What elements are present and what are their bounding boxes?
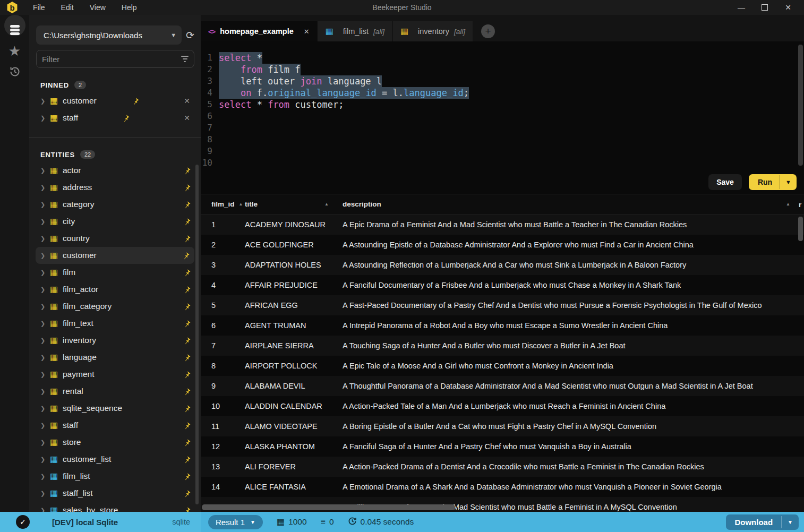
pin-icon[interactable] — [182, 252, 190, 260]
cell-description[interactable]: A Epic Drama of a Feminist And a Mad Sci… — [343, 220, 804, 229]
unpin-close-icon[interactable]: ✕ — [184, 97, 190, 105]
cell-film-id[interactable]: 8 — [201, 362, 245, 370]
cell-description[interactable]: A Astounding Reflection of a Lumberjack … — [343, 261, 804, 269]
chevron-right-icon[interactable]: ❯ — [40, 439, 50, 446]
pin-icon[interactable] — [183, 184, 191, 192]
cell-title[interactable]: ALI FOREVER — [245, 462, 343, 471]
download-options-caret[interactable]: ▼ — [781, 516, 799, 528]
cell-film-id[interactable]: 5 — [201, 301, 245, 310]
column-header-description[interactable]: description ▲ — [343, 200, 804, 208]
chevron-right-icon[interactable]: ❯ — [40, 167, 50, 174]
sidebar-item-staff[interactable]: ❯ ▦ staff ✕ — [29, 417, 201, 434]
chevron-right-icon[interactable]: ❯ — [40, 269, 50, 276]
cell-film-id[interactable]: 9 — [201, 382, 245, 390]
editor-line[interactable]: 3 left outer join language l — [201, 75, 804, 87]
pin-icon[interactable] — [183, 218, 191, 226]
table-row[interactable]: 6 AGENT TRUMAN A Intrepid Panorama of a … — [201, 315, 804, 336]
pin-icon[interactable] — [183, 388, 191, 396]
sidebar-item-film_category[interactable]: ❯ ▦ film_category ✕ — [29, 298, 201, 315]
cell-film-id[interactable]: 10 — [201, 402, 245, 410]
pin-icon[interactable] — [122, 114, 130, 122]
chevron-right-icon[interactable]: ❯ — [40, 184, 50, 191]
cell-description[interactable]: A Emotional Drama of a A Shark And a Dat… — [343, 483, 804, 491]
sidebar-item-store[interactable]: ❯ ▦ store ✕ — [29, 434, 201, 451]
cell-description[interactable]: A Boring Epistle of a Butler And a Cat w… — [343, 422, 804, 431]
pin-icon[interactable] — [183, 473, 191, 480]
chevron-right-icon[interactable]: ❯ — [40, 218, 50, 225]
menu-edit[interactable]: Edit — [61, 3, 74, 12]
cell-description[interactable]: A Fanciful Documentary of a Frisbee And … — [343, 281, 804, 289]
editor-line[interactable]: 4 on f.original_language_id = l.language… — [201, 87, 804, 99]
chevron-right-icon[interactable]: ❯ — [40, 320, 50, 327]
cell-description[interactable]: A Action-Packed Drama of a Dentist And a… — [343, 462, 804, 471]
sql-editor[interactable]: 1 select * 2 from film f 3 left outer jo… — [201, 41, 804, 194]
filter-input[interactable] — [42, 55, 181, 64]
pin-icon[interactable] — [183, 303, 191, 311]
tab-close-icon[interactable]: ✕ — [304, 28, 310, 36]
chevron-right-icon[interactable]: ❯ — [40, 286, 50, 293]
cell-description[interactable]: A Fanciful Saga of a Hunter And a Pastry… — [343, 442, 804, 451]
sidebar-item-payment[interactable]: ❯ ▦ payment ✕ — [29, 366, 201, 383]
cell-title[interactable]: AGENT TRUMAN — [245, 321, 343, 330]
editor-scrollbar[interactable] — [798, 45, 803, 166]
editor-line[interactable]: 9 — [201, 145, 804, 157]
horizontal-scrollbar[interactable] — [202, 504, 455, 510]
pinned-item-staff[interactable]: ❯ ▦ staff ✕ — [29, 109, 201, 126]
cell-title[interactable]: AFFAIR PREJUDICE — [245, 281, 343, 289]
sidebar-item-sales_by_store[interactable]: ❯ ▦ sales_by_store ✕ — [29, 502, 201, 512]
pinned-item-customer[interactable]: ❯ ▦ customer ✕ — [29, 92, 201, 109]
history-button[interactable] — [4, 57, 25, 79]
pin-icon[interactable] — [183, 320, 191, 328]
tab-film-list[interactable]: ▦ film_list [all] — [318, 21, 392, 41]
pin-icon[interactable] — [183, 371, 191, 379]
chevron-right-icon[interactable]: ❯ — [40, 388, 50, 395]
cell-description[interactable]: A Fast-Paced Documentary of a Pastry Che… — [343, 301, 804, 310]
table-row[interactable]: 1 ACADEMY DINOSAUR A Epic Drama of a Fem… — [201, 214, 804, 235]
sidebar-item-inventory[interactable]: ❯ ▦ inventory ✕ — [29, 332, 201, 349]
sidebar-item-film_list[interactable]: ❯ ▦ film_list ✕ — [29, 468, 201, 485]
editor-line[interactable]: 2 from film f — [201, 64, 804, 75]
tab-homepage-example[interactable]: <> homepage_example ✕ — [201, 21, 317, 41]
cell-film-id[interactable]: 11 — [201, 422, 245, 431]
menu-view[interactable]: View — [90, 3, 106, 12]
menu-help[interactable]: Help — [122, 3, 137, 12]
cell-title[interactable]: ACE GOLDFINGER — [245, 241, 343, 249]
cell-film-id[interactable]: 13 — [201, 462, 245, 471]
tab-inventory[interactable]: ▦ inventory [all] — [393, 21, 473, 41]
cell-title[interactable]: AFRICAN EGG — [245, 301, 343, 310]
pin-icon[interactable] — [183, 490, 191, 497]
editor-line[interactable]: 1 select * — [201, 52, 804, 64]
editor-line[interactable]: 8 — [201, 134, 804, 145]
minimize-button[interactable]: — — [737, 3, 746, 12]
close-button[interactable]: ✕ — [784, 3, 792, 12]
table-row[interactable]: 12 ALASKA PHANTOM A Fanciful Saga of a H… — [201, 436, 804, 457]
cell-film-id[interactable]: 1 — [201, 220, 245, 229]
column-header-title[interactable]: title ▲ — [245, 200, 343, 208]
table-row[interactable]: 9 ALABAMA DEVIL A Thoughtful Panorama of… — [201, 376, 804, 396]
chevron-right-icon[interactable]: ❯ — [40, 422, 50, 429]
cell-title[interactable]: ALAMO VIDEOTAPE — [245, 422, 343, 431]
pin-icon[interactable] — [183, 269, 191, 277]
connection-selector[interactable]: C:\Users\ghstng\Downloads ▼ — [36, 25, 182, 45]
chevron-right-icon[interactable]: ❯ — [40, 235, 50, 242]
table-row[interactable]: 10 ALADDIN CALENDAR A Action-Packed Tale… — [201, 396, 804, 416]
cell-title[interactable]: ALADDIN CALENDAR — [245, 402, 343, 410]
sidebar-item-rental[interactable]: ❯ ▦ rental ✕ — [29, 383, 201, 400]
chevron-right-icon[interactable]: ❯ — [40, 337, 50, 344]
new-tab-button[interactable]: + — [481, 24, 495, 38]
pin-icon[interactable] — [183, 507, 191, 512]
pin-icon[interactable] — [183, 201, 191, 209]
column-header-film-id[interactable]: film_id ▲ — [201, 200, 245, 208]
chevron-right-icon[interactable]: ❯ — [40, 115, 50, 122]
run-button[interactable]: Run ▼ — [749, 174, 797, 190]
sidebar-item-customer_list[interactable]: ❯ ▦ customer_list ✕ — [29, 451, 201, 468]
cell-title[interactable]: ADAPTATION HOLES — [245, 261, 343, 269]
table-row[interactable]: 4 AFFAIR PREJUDICE A Fanciful Documentar… — [201, 275, 804, 295]
maximize-button[interactable] — [762, 4, 768, 11]
pin-icon[interactable] — [183, 354, 191, 362]
sidebar-item-actor[interactable]: ❯ ▦ actor ✕ — [29, 162, 201, 179]
chevron-right-icon[interactable]: ❯ — [40, 354, 50, 361]
unpin-close-icon[interactable]: ✕ — [184, 114, 190, 122]
sidebar-item-film_actor[interactable]: ❯ ▦ film_actor ✕ — [29, 281, 201, 298]
cell-description[interactable]: A Epic Tale of a Moose And a Girl who mu… — [343, 362, 804, 370]
